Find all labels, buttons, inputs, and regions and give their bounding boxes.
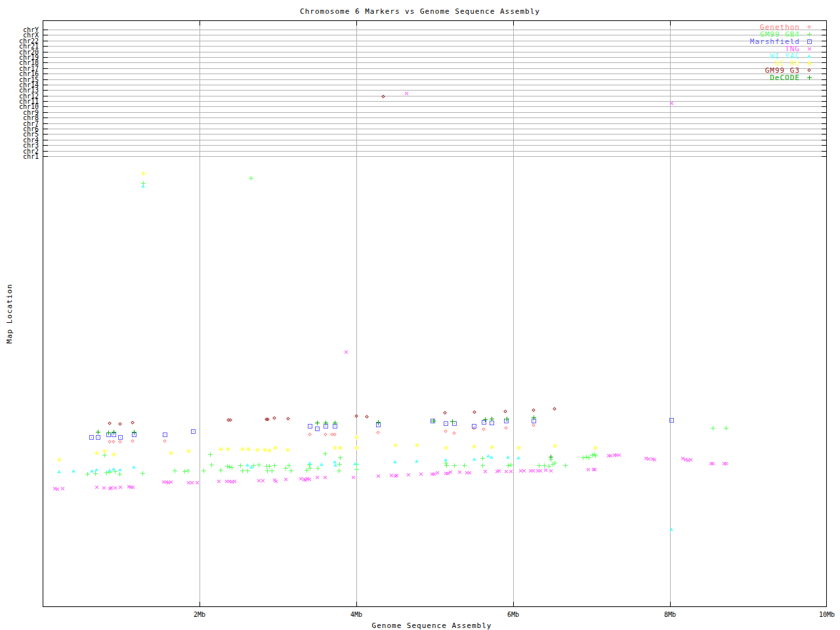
axis-tick-right bbox=[822, 35, 827, 35]
marker-wi-rh bbox=[255, 448, 260, 452]
marker-tng bbox=[688, 457, 693, 462]
marker-tng bbox=[522, 469, 526, 473]
marker-tng bbox=[669, 101, 674, 106]
axis-tick-left bbox=[43, 117, 48, 118]
marker-tng bbox=[94, 485, 99, 490]
marker-genethon bbox=[324, 432, 328, 437]
marker-wi-rh bbox=[102, 449, 107, 453]
gridline-row bbox=[43, 123, 827, 124]
marker-wi-rh bbox=[186, 449, 191, 453]
marker-wi-yac bbox=[94, 467, 99, 472]
legend: GenethonGM99 GB4MarshfieldTNGWI YACWI RH… bbox=[750, 24, 814, 81]
axis-tick-right bbox=[822, 57, 827, 58]
marker-gm99-gb4 bbox=[267, 464, 272, 469]
x-axis-label: Genome Sequence Assembly bbox=[301, 621, 563, 630]
marker-wi-rh bbox=[94, 451, 99, 455]
axis-tick-right bbox=[822, 30, 827, 30]
marker-tng bbox=[652, 457, 657, 462]
marker-genethon bbox=[308, 432, 312, 437]
marker-wi-rh bbox=[516, 446, 521, 450]
marker-decode bbox=[376, 420, 381, 425]
legend-label: DeCODE bbox=[770, 74, 800, 82]
axis-tick-right bbox=[822, 112, 827, 113]
marker-wi-rh bbox=[246, 447, 251, 452]
gridline-row bbox=[43, 106, 827, 107]
gridline-row bbox=[43, 30, 827, 30]
marker-gm99-g3 bbox=[381, 94, 386, 99]
marker-marshfield bbox=[669, 418, 674, 423]
gridline-row bbox=[43, 74, 827, 74]
gridline-row bbox=[43, 85, 827, 85]
marker-wi-rh bbox=[553, 444, 557, 448]
marker-gm99-g3 bbox=[272, 416, 277, 421]
marker-tng bbox=[531, 469, 536, 473]
marker-gm99-gb4 bbox=[85, 472, 90, 476]
marker-tng bbox=[55, 487, 60, 492]
axis-tick-left bbox=[43, 35, 48, 35]
marker-tng bbox=[538, 469, 543, 473]
x-tick-label: 10Mb bbox=[812, 611, 840, 618]
marker-gm99-gb4 bbox=[337, 462, 342, 467]
marker-decode bbox=[431, 419, 436, 423]
marker-gm99-gb4 bbox=[219, 468, 223, 472]
marker-gm99-gb4 bbox=[537, 463, 541, 468]
axis-tick-left bbox=[43, 129, 48, 129]
axis-tick-right bbox=[822, 68, 827, 69]
legend-marker-icon bbox=[807, 53, 812, 59]
marker-wi-rh bbox=[285, 448, 290, 452]
marker-gm99-g3 bbox=[443, 411, 448, 415]
axis-tick-right bbox=[822, 79, 827, 80]
marker-gm99-g3 bbox=[131, 421, 135, 425]
marker-gm99-gb4 bbox=[553, 461, 557, 465]
marker-gm99-gb4 bbox=[337, 469, 341, 473]
axis-tick-right bbox=[822, 117, 827, 118]
gridline-row bbox=[43, 112, 827, 113]
gridline-row bbox=[43, 57, 827, 58]
marker-gm99-g3 bbox=[286, 417, 291, 421]
y-tick-label: chr1 bbox=[0, 154, 39, 159]
marker-marshfield bbox=[163, 432, 167, 437]
marker-gm99-g3 bbox=[472, 410, 477, 415]
marker-wi-rh bbox=[112, 452, 116, 457]
marker-gm99-gb4 bbox=[480, 456, 485, 461]
axis-tick-left bbox=[43, 106, 48, 107]
marker-wi-yac bbox=[669, 527, 674, 532]
marker-wi-yac bbox=[132, 465, 136, 469]
axis-tick-bottom bbox=[670, 602, 671, 607]
marker-wi-rh bbox=[393, 443, 398, 448]
marker-gm99-gb4 bbox=[249, 176, 253, 180]
marker-wi-yac bbox=[415, 459, 419, 463]
gridline-row bbox=[43, 52, 827, 52]
axis-tick-right bbox=[822, 96, 827, 96]
marker-wi-yac bbox=[57, 469, 62, 474]
axis-tick-right bbox=[822, 106, 827, 107]
marker-wi-yac bbox=[393, 459, 398, 464]
marker-tng bbox=[351, 475, 356, 480]
marker-gm99-gb4 bbox=[230, 465, 234, 470]
marker-genethon bbox=[444, 429, 448, 434]
legend-item: DeCODE bbox=[750, 74, 814, 81]
axis-tick-right bbox=[822, 145, 827, 146]
x-tick-label: 2Mb bbox=[185, 611, 214, 618]
marker-tng bbox=[284, 477, 288, 482]
marker-marshfield bbox=[89, 435, 94, 440]
marker-gm99-gb4 bbox=[270, 469, 274, 473]
gridline-row bbox=[43, 46, 827, 47]
legend-marker-icon bbox=[807, 39, 812, 45]
marker-gm99-gb4 bbox=[186, 469, 190, 473]
gridline-col bbox=[200, 20, 200, 607]
marker-gm99-g3 bbox=[532, 408, 536, 413]
marker-tng bbox=[457, 470, 462, 474]
marker-marshfield bbox=[315, 427, 320, 431]
marker-tng bbox=[448, 470, 453, 474]
gridline-row bbox=[43, 62, 827, 63]
marker-genethon bbox=[452, 431, 457, 436]
marker-decode bbox=[490, 417, 494, 421]
marker-wi-rh bbox=[333, 446, 337, 450]
axis-tick-left bbox=[43, 156, 48, 157]
marker-tng bbox=[467, 471, 472, 475]
marker-tng bbox=[169, 480, 173, 484]
marker-tng bbox=[195, 480, 200, 485]
marker-marshfield bbox=[96, 435, 100, 440]
marker-wi-yac bbox=[353, 461, 358, 466]
